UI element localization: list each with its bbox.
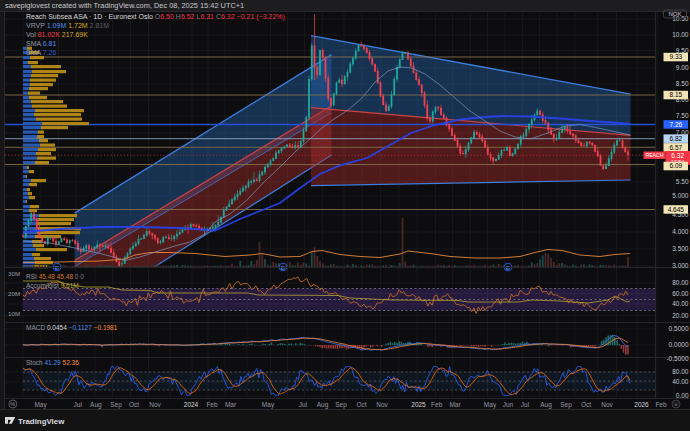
svg-text:Mar: Mar xyxy=(225,401,237,408)
svg-text:Nov: Nov xyxy=(149,401,161,408)
svg-text:SMA 7.26: SMA 7.26 xyxy=(26,49,56,56)
svg-text:20M: 20M xyxy=(8,290,20,297)
svg-text:5.50: 5.50 xyxy=(676,178,689,185)
svg-text:Jun: Jun xyxy=(503,401,514,408)
svg-text:60.00: 60.00 xyxy=(672,290,689,297)
svg-text:Feb: Feb xyxy=(655,401,667,408)
svg-text:Nov: Nov xyxy=(601,401,613,408)
svg-text:Sep: Sep xyxy=(335,401,347,409)
svg-text:Feb: Feb xyxy=(431,401,443,408)
svg-text:2026: 2026 xyxy=(634,401,649,408)
svg-text:80.00: 80.00 xyxy=(672,368,689,375)
svg-text:NOK: NOK xyxy=(668,11,681,17)
svg-text:6.57: 6.57 xyxy=(669,144,682,151)
svg-text:7.50: 7.50 xyxy=(676,112,689,119)
svg-text:Accum/Dist 9.61M: Accum/Dist 9.61M xyxy=(26,282,79,289)
svg-text:6.32: 6.32 xyxy=(671,152,684,159)
svg-text:Mar: Mar xyxy=(449,401,461,408)
svg-text:20.00: 20.00 xyxy=(672,312,689,319)
svg-text:Oct: Oct xyxy=(581,401,591,408)
svg-text:Jul: Jul xyxy=(74,401,83,408)
svg-text:Jul: Jul xyxy=(299,401,308,408)
svg-text:0.00: 0.00 xyxy=(676,392,689,399)
svg-text:10.00: 10.00 xyxy=(672,31,689,38)
svg-text:VRVP 1.09M 1.72M 2.81M: VRVP 1.09M 1.72M 2.81M xyxy=(26,22,109,29)
svg-text:Aug: Aug xyxy=(540,401,552,409)
svg-text:6.82: 6.82 xyxy=(669,135,682,142)
svg-text:Oct: Oct xyxy=(357,401,367,408)
svg-text:0.5000: 0.5000 xyxy=(669,325,689,332)
svg-text:MACD 0.0454 −0.1127 −0.1981: MACD 0.0454 −0.1127 −0.1981 xyxy=(26,324,118,331)
svg-text:5.000: 5.000 xyxy=(672,192,689,199)
svg-text:Feb: Feb xyxy=(206,401,218,408)
svg-text:Stoch 41.29 52.36: Stoch 41.29 52.36 xyxy=(26,359,79,366)
svg-text:4.645: 4.645 xyxy=(668,206,685,213)
svg-text:%: % xyxy=(10,401,15,407)
svg-text:7.26: 7.26 xyxy=(669,121,682,128)
svg-text:Oct: Oct xyxy=(129,401,139,408)
svg-text:savepiglovest created with Tra: savepiglovest created with TradingView.c… xyxy=(5,1,244,10)
svg-text:40.00: 40.00 xyxy=(672,378,689,385)
svg-text:TradingView: TradingView xyxy=(18,417,65,426)
svg-text:Vol 81.02K 217.69K: Vol 81.02K 217.69K xyxy=(26,31,88,38)
svg-text:REACH: REACH xyxy=(645,152,663,158)
svg-text:8.15: 8.15 xyxy=(669,91,682,98)
svg-text:8.50: 8.50 xyxy=(676,80,689,87)
svg-text:2024: 2024 xyxy=(184,401,199,408)
svg-text:May: May xyxy=(262,401,275,409)
svg-text:40.00: 40.00 xyxy=(672,300,689,307)
svg-text:RSI 45.48 45.48 0 0: RSI 45.48 45.48 0 0 xyxy=(26,273,84,280)
svg-text:30M: 30M xyxy=(8,270,20,277)
svg-text:0.0000: 0.0000 xyxy=(669,341,689,348)
svg-text:3.500: 3.500 xyxy=(672,245,689,252)
svg-text:3.000: 3.000 xyxy=(672,262,689,269)
svg-text:Sep: Sep xyxy=(560,401,572,409)
svg-text:Aug: Aug xyxy=(90,401,102,409)
svg-text:4.000: 4.000 xyxy=(672,228,689,235)
svg-text:»: » xyxy=(674,401,677,407)
svg-text:Nov: Nov xyxy=(376,401,388,408)
svg-text:Jul: Jul xyxy=(521,401,530,408)
svg-text:-0.5000: -0.5000 xyxy=(666,355,688,362)
svg-text:Aug: Aug xyxy=(317,401,329,409)
svg-text:80.00: 80.00 xyxy=(672,279,689,286)
svg-text:9.33: 9.33 xyxy=(669,53,682,60)
svg-text:May: May xyxy=(34,401,47,409)
svg-text:Reach Subsea ASA · 1D · Eurone: Reach Subsea ASA · 1D · Euronext Oslo O6… xyxy=(26,13,285,21)
svg-text:May: May xyxy=(484,401,497,409)
svg-text:Sep: Sep xyxy=(110,401,122,409)
svg-text:9.00: 9.00 xyxy=(676,64,689,71)
svg-text:10M: 10M xyxy=(8,310,20,317)
svg-text:6.09: 6.09 xyxy=(669,162,682,169)
svg-text:SMA 6.81: SMA 6.81 xyxy=(26,40,56,47)
svg-text:2025: 2025 xyxy=(411,401,426,408)
